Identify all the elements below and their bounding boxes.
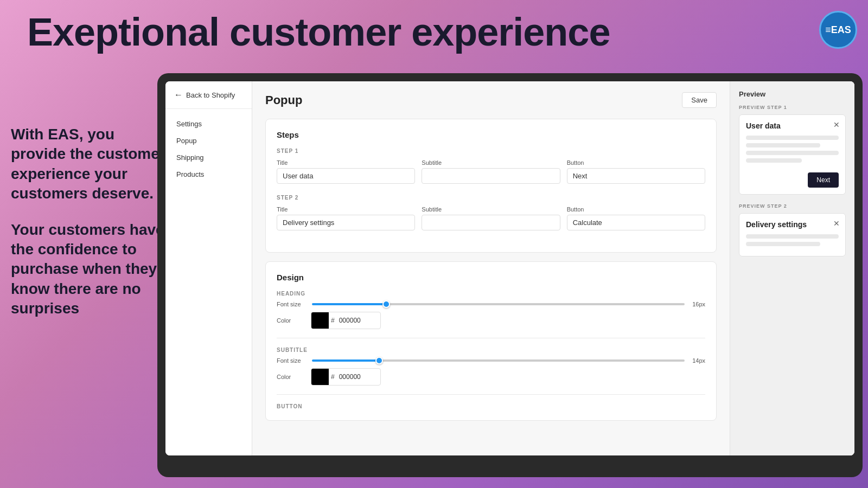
- heading-fontsize-row: Font size 16px: [277, 301, 705, 307]
- step2-subtitle-label: Subtitle: [422, 206, 560, 213]
- preview-area: Preview PREVIEW STEP 1 User data ✕ Next …: [730, 81, 854, 455]
- step2-title-input[interactable]: [277, 215, 415, 230]
- subtitle-fontsize-label: Font size: [277, 357, 307, 364]
- step1-button-label: Button: [567, 159, 705, 166]
- button-section-label: BUTTON: [277, 403, 705, 409]
- heading-color-hash: #: [329, 317, 337, 324]
- step1-fields: Title Subtitle Button: [277, 159, 705, 184]
- design-title: Design: [277, 273, 705, 282]
- heading-color-row: Color #: [277, 312, 705, 329]
- divider-1: [277, 338, 705, 338]
- step2-fields: Title Subtitle Button: [277, 206, 705, 230]
- preview-step2-title: Delivery settings: [746, 220, 839, 229]
- back-label: Back to Shopify: [186, 91, 235, 99]
- heading-sublabel: HEADING: [277, 291, 705, 297]
- subtitle-fontsize-slider[interactable]: [312, 359, 685, 362]
- preview-delivery-lines: [746, 234, 839, 246]
- step1-title-input[interactable]: [277, 168, 415, 184]
- preview-next-button[interactable]: Next: [808, 172, 839, 188]
- preview-line-3: [746, 151, 839, 155]
- subtitle-color-row: Color #: [277, 368, 705, 386]
- heading-subsection: HEADING Font size 16px Color: [277, 291, 705, 329]
- heading-fontsize-slider[interactable]: [312, 303, 685, 305]
- preview-line-1: [746, 136, 839, 140]
- step2-subtitle-group: Subtitle: [422, 206, 560, 230]
- heading-fontsize-thumb[interactable]: [382, 300, 390, 308]
- step2-label: STEP 2: [277, 195, 705, 201]
- design-card: Design HEADING Font size 16px Color: [265, 261, 717, 421]
- laptop-frame: ← Back to Shopify Settings Popup Shippin…: [157, 73, 863, 477]
- preview-step2-label: PREVIEW STEP 2: [739, 203, 846, 209]
- form-area: Popup Save Steps STEP 1 Title Subtitl: [252, 81, 730, 455]
- subtitle-fontsize-row: Font size 14px: [277, 357, 705, 364]
- subtitle-fontsize-thumb[interactable]: [375, 357, 383, 364]
- step1-subtitle-input[interactable]: [422, 168, 560, 184]
- sidebar-nav: Settings Popup Shipping Products: [165, 109, 252, 189]
- subtitle-color-label: Color: [277, 374, 307, 380]
- back-arrow-icon: ←: [174, 90, 183, 100]
- laptop-screen: ← Back to Shopify Settings Popup Shippin…: [165, 81, 854, 455]
- step1-subtitle-group: Subtitle: [422, 159, 560, 184]
- save-button[interactable]: Save: [682, 92, 717, 108]
- subtitle-color-hash: #: [329, 373, 337, 381]
- subtitle-sublabel: SUBTITLE: [277, 347, 705, 353]
- sidebar-item-products[interactable]: Products: [165, 166, 252, 183]
- preview-step1-label: PREVIEW STEP 1: [739, 105, 846, 110]
- sidebar-item-popup[interactable]: Popup: [165, 132, 252, 149]
- subtitle-fontsize-value: 14px: [690, 357, 705, 364]
- subtitle-subsection: SUBTITLE Font size 14px Color: [277, 347, 705, 386]
- subtitle-color-input[interactable]: [337, 373, 380, 381]
- step1-subtitle-label: Subtitle: [422, 159, 560, 166]
- preview-line-4: [746, 158, 802, 163]
- sidebar-item-settings[interactable]: Settings: [165, 115, 252, 132]
- step1-title-label: Title: [277, 159, 415, 166]
- page-title: Popup: [265, 93, 302, 107]
- preview-step2-card: Delivery settings ✕: [739, 213, 846, 256]
- preview-title: Preview: [739, 90, 846, 98]
- step2-button-label: Button: [567, 206, 705, 213]
- step2-title-group: Title: [277, 206, 415, 230]
- preview-delivery-line-2: [746, 242, 820, 246]
- main-content: Popup Save Steps STEP 1 Title Subtitl: [252, 81, 854, 455]
- subtitle-color-swatch[interactable]: [311, 368, 329, 386]
- heading-color-input[interactable]: [337, 317, 380, 324]
- heading-fontsize-value: 16px: [690, 301, 705, 307]
- step1-label: STEP 1: [277, 148, 705, 154]
- steps-card: Steps STEP 1 Title Subtitle Bu: [265, 119, 717, 253]
- step2-button-input[interactable]: [567, 215, 705, 230]
- preview-step2-close-icon[interactable]: ✕: [833, 219, 840, 228]
- heading-color-input-group: #: [311, 312, 381, 329]
- preview-delivery-line-1: [746, 234, 839, 239]
- heading-fontsize-label: Font size: [277, 301, 307, 307]
- subtitle-color-input-group: #: [311, 368, 381, 386]
- steps-title: Steps: [277, 130, 705, 139]
- left-text-block2: Your customers have the confidence to pu…: [11, 220, 168, 319]
- step1-title-group: Title: [277, 159, 415, 184]
- heading-color-swatch[interactable]: [311, 312, 329, 329]
- back-to-shopify-button[interactable]: ← Back to Shopify: [165, 81, 252, 109]
- preview-step1-close-icon[interactable]: ✕: [833, 120, 840, 129]
- sidebar-item-shipping[interactable]: Shipping: [165, 149, 252, 166]
- page-heading: Exeptional customer experience: [27, 11, 610, 54]
- sidebar: ← Back to Shopify Settings Popup Shippin…: [165, 81, 252, 455]
- preview-step1-card: User data ✕ Next: [739, 114, 846, 195]
- eas-logo: ≡EAS: [819, 11, 857, 49]
- step2-button-group: Button: [567, 206, 705, 230]
- preview-line-2: [746, 143, 820, 147]
- step1-button-input[interactable]: [567, 168, 705, 184]
- preview-step1-title: User data: [746, 121, 839, 130]
- heading-color-label: Color: [277, 317, 307, 324]
- divider-2: [277, 394, 705, 395]
- step1-button-group: Button: [567, 159, 705, 184]
- left-text-block1: With EAS, you provide the customer exper…: [11, 125, 168, 204]
- left-text-area: With EAS, you provide the customer exper…: [11, 125, 168, 319]
- step2-subtitle-input[interactable]: [422, 215, 560, 230]
- step2-title-label: Title: [277, 206, 415, 213]
- page-header: Popup Save: [265, 92, 717, 108]
